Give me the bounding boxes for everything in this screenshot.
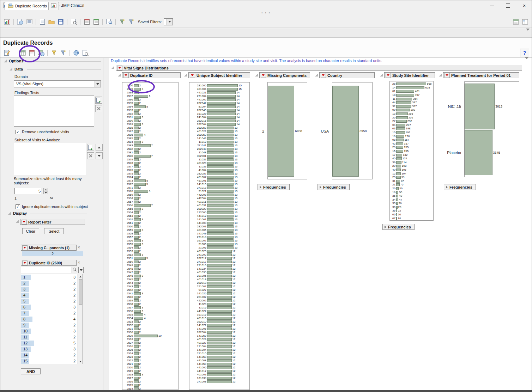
histogram-bar-row[interactable]: 28100515 xyxy=(189,84,249,87)
histogram-bar-row[interactable]: 25922 xyxy=(122,112,178,116)
histogram-bar[interactable] xyxy=(134,306,141,309)
histogram-bar-row[interactable]: 25472 xyxy=(122,271,178,274)
duplicate-id-disclosure-icon[interactable] xyxy=(118,74,121,76)
histogram-bar-row[interactable]: 25392 xyxy=(122,299,178,302)
filter-list-row[interactable]: 133 xyxy=(21,346,78,352)
histogram-bar[interactable] xyxy=(207,144,234,147)
histogram-bar[interactable] xyxy=(134,130,139,133)
histogram-bar[interactable] xyxy=(134,373,141,376)
histogram-bar[interactable] xyxy=(207,194,234,196)
histogram-bar[interactable] xyxy=(207,169,234,172)
histogram-bar[interactable] xyxy=(207,186,234,189)
histogram-bar-row[interactable]: 46102213 xyxy=(189,130,249,133)
histogram-bar-row[interactable]: 25837 xyxy=(122,144,178,147)
histogram-bar-row[interactable]: 28201712 xyxy=(189,257,249,260)
histogram-bar-row[interactable]: 24100212 xyxy=(189,253,249,257)
saved-filters-dropdown[interactable] xyxy=(164,18,173,25)
green-report-icon[interactable] xyxy=(92,18,100,26)
histogram-bar-row[interactable]: 42200212 xyxy=(189,299,249,302)
histogram-bar[interactable] xyxy=(207,148,234,151)
histogram-bar-row[interactable]: 25302 xyxy=(122,331,178,334)
histogram-bar[interactable] xyxy=(207,327,232,330)
histogram-bar[interactable] xyxy=(134,137,139,140)
histogram-bar-row[interactable]: 25682 xyxy=(122,197,178,200)
histogram-bar-row[interactable]: 14102612 xyxy=(189,292,249,295)
histogram-bar-row[interactable]: 39200113 xyxy=(189,154,249,158)
histogram-bar[interactable] xyxy=(207,278,232,281)
histogram-bar-row[interactable]: 28206414 xyxy=(189,123,249,126)
histogram-bar-row[interactable]: 25572 xyxy=(122,235,178,239)
histogram-bar-row[interactable]: 25463 xyxy=(122,274,178,278)
histogram-bar[interactable] xyxy=(134,155,151,158)
histogram-bar-row[interactable]: 40101512 xyxy=(189,317,249,320)
histogram-bar-row[interactable]: 26002 xyxy=(122,84,178,87)
histogram-bar[interactable] xyxy=(207,236,234,239)
unique-subject-histogram[interactable]: 2810051540100415441021142710041444100214… xyxy=(189,82,250,390)
histogram-bar[interactable] xyxy=(134,264,139,267)
histogram-bar-row[interactable]: 2399 xyxy=(390,176,433,179)
histogram-bar[interactable] xyxy=(134,359,139,362)
histogram-bar-row[interactable]: 03198 xyxy=(390,127,433,131)
histogram-bar[interactable] xyxy=(207,239,234,242)
histogram-bar[interactable] xyxy=(134,349,139,351)
vital-signs-outline-header[interactable]: Vital Signs Distributions xyxy=(116,65,522,71)
histogram-bar-row[interactable]: 27101012 xyxy=(189,352,249,355)
histogram-bar[interactable] xyxy=(396,157,402,160)
histogram-bar-row[interactable]: 25373 xyxy=(122,306,178,310)
histogram-bar[interactable] xyxy=(134,169,139,172)
histogram-bar[interactable] xyxy=(207,95,236,98)
histogram-bar[interactable] xyxy=(134,292,141,295)
toolbar-collapse-handle[interactable]: • • • xyxy=(0,11,532,16)
study-site-histogram[interactable]: 2866514628014011839711354443373233709302… xyxy=(389,81,434,221)
duplicate-id-filter-list[interactable]: 132232425263728492103112125133142152 xyxy=(21,274,78,364)
histogram-bar-row[interactable]: 25162 xyxy=(122,380,178,384)
findings-tests-listbox[interactable] xyxy=(14,96,94,127)
histogram-bar-row[interactable]: 1103313 xyxy=(189,165,249,169)
histogram-bar-row[interactable]: 25807 xyxy=(122,154,178,158)
histogram-bar-row[interactable]: 25893 xyxy=(122,123,178,126)
histogram-bar[interactable] xyxy=(134,148,139,151)
histogram-bar-row[interactable]: 27100812 xyxy=(189,380,249,384)
histogram-bar-row[interactable]: 25945 xyxy=(122,105,178,109)
histogram-bar-row[interactable]: 26958 xyxy=(268,85,307,178)
filter-blue-icon[interactable] xyxy=(59,49,67,57)
histogram-bar-row[interactable]: 25692 xyxy=(122,193,178,197)
missing-components-disclosure-icon[interactable] xyxy=(255,74,258,76)
histogram-bar-row[interactable]: 16101612 xyxy=(189,313,249,317)
histogram-bar[interactable] xyxy=(396,165,401,167)
histogram-bar[interactable] xyxy=(134,208,141,210)
histogram-bar[interactable] xyxy=(207,109,236,112)
subset-visits-listbox[interactable] xyxy=(14,143,86,175)
panel-splitter[interactable] xyxy=(103,58,109,390)
histogram-bar[interactable] xyxy=(207,261,232,263)
histogram-bar-row[interactable]: 25532 xyxy=(122,250,178,253)
clear-button[interactable]: Clear xyxy=(22,228,39,234)
histogram-bar-row[interactable]: 45100113 xyxy=(189,179,249,183)
histogram-bar[interactable] xyxy=(207,380,232,383)
histogram-bar-row[interactable]: 3187 xyxy=(390,179,433,183)
planned-treatment-frequencies-button[interactable]: Frequencies xyxy=(444,184,476,190)
report-filter-header[interactable]: Report Filter xyxy=(20,219,85,225)
histogram-bar-row[interactable]: 40101613 xyxy=(189,200,249,204)
histogram-bar-row[interactable]: 27101712 xyxy=(189,260,249,264)
red-report-icon[interactable] xyxy=(83,18,91,26)
histogram-bar[interactable] xyxy=(207,275,232,277)
histogram-bar[interactable] xyxy=(134,162,139,165)
scroll-up-icon[interactable] xyxy=(78,274,82,279)
histogram-bar[interactable] xyxy=(396,112,408,115)
histogram-bar[interactable] xyxy=(134,296,139,299)
histogram-bar-row[interactable]: 25542 xyxy=(122,246,178,250)
histogram-bar[interactable] xyxy=(207,158,234,161)
histogram-bar-row[interactable]: 25152 xyxy=(122,384,178,387)
histogram-bar-row[interactable]: 25653 xyxy=(122,207,178,211)
histogram-bar-row[interactable]: 40102812 xyxy=(189,338,249,341)
data-filter-icon[interactable] xyxy=(525,59,528,63)
histogram-bar[interactable] xyxy=(134,338,139,341)
histogram-bar[interactable] xyxy=(134,352,139,355)
histogram-bar-row[interactable]: 2102113 xyxy=(189,190,249,193)
histogram-bar[interactable] xyxy=(134,317,143,320)
duplicate-id-filter-header[interactable]: Duplicate ID (2600) xyxy=(21,260,77,266)
histogram-bar-row[interactable]: 18397 xyxy=(390,93,433,97)
histogram-bar[interactable] xyxy=(134,176,139,179)
histogram-bar[interactable] xyxy=(134,366,139,369)
